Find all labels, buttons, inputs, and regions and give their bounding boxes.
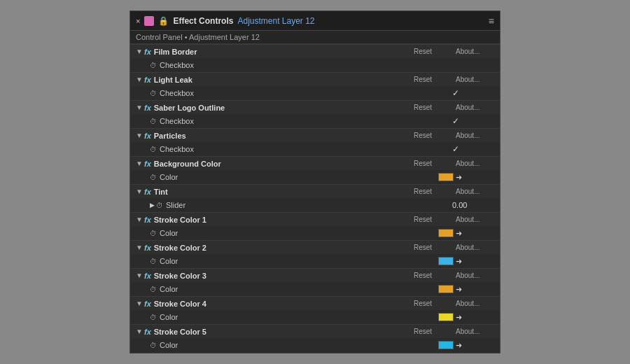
effect-sub-row: ⏱Checkbox — [130, 58, 500, 72]
reset-button[interactable]: Reset — [414, 188, 456, 195]
panel-color-icon — [144, 16, 154, 26]
stopwatch-icon[interactable]: ⏱ — [150, 146, 157, 153]
reset-button[interactable]: Reset — [414, 48, 456, 55]
about-button[interactable]: About... — [456, 300, 494, 307]
link-icon: ➜ — [456, 229, 462, 238]
fx-badge: fx — [144, 104, 151, 112]
checkbox-value[interactable]: ✓ — [452, 144, 494, 154]
reset-button[interactable]: Reset — [414, 328, 456, 335]
close-button[interactable]: × — [136, 17, 140, 25]
about-button[interactable]: About... — [456, 48, 494, 55]
about-button[interactable]: About... — [456, 328, 494, 335]
color-value[interactable]: ➜ — [438, 313, 494, 322]
stopwatch-icon[interactable]: ⏱ — [150, 258, 157, 265]
sub-property-label: Checkbox — [160, 145, 452, 153]
fx-badge: fx — [144, 272, 151, 280]
effect-name: Particles — [154, 132, 414, 140]
link-icon: ➜ — [456, 313, 462, 322]
sub-property-label: Color — [160, 313, 438, 321]
effect-sub-row: ⏱Color ➜ — [130, 226, 500, 240]
stopwatch-icon[interactable]: ⏱ — [150, 90, 157, 97]
effect-row: ▼fxStroke Color 4ResetAbout... — [130, 296, 500, 310]
color-value[interactable]: ➜ — [438, 257, 494, 266]
menu-icon[interactable]: ≡ — [489, 15, 494, 27]
color-value[interactable]: ➜ — [438, 341, 494, 350]
fx-badge: fx — [144, 244, 151, 252]
collapse-arrow-icon[interactable]: ▼ — [136, 328, 143, 335]
effect-name: Saber Logo Outline — [154, 104, 414, 112]
stopwatch-icon[interactable]: ⏱ — [150, 286, 157, 293]
sub-property-label: Color — [160, 285, 438, 293]
about-button[interactable]: About... — [456, 244, 494, 251]
expand-arrow-icon[interactable]: ▶ — [150, 202, 155, 209]
reset-button[interactable]: Reset — [414, 272, 456, 279]
panel-subtitle: Adjustment Layer 12 — [237, 16, 314, 26]
collapse-arrow-icon[interactable]: ▼ — [136, 272, 143, 279]
sub-property-label: Color — [160, 257, 438, 265]
effects-list: ▼fxFilm BorderResetAbout...⏱Checkbox▼fxL… — [130, 44, 500, 353]
about-button[interactable]: About... — [456, 272, 494, 279]
stopwatch-icon[interactable]: ⏱ — [150, 314, 157, 321]
color-swatch[interactable] — [438, 285, 454, 293]
reset-button[interactable]: Reset — [414, 160, 456, 167]
color-swatch[interactable] — [438, 257, 454, 265]
link-icon: ➜ — [456, 341, 462, 350]
collapse-arrow-icon[interactable]: ▼ — [136, 104, 143, 111]
collapse-arrow-icon[interactable]: ▼ — [136, 48, 143, 55]
collapse-arrow-icon[interactable]: ▼ — [136, 132, 143, 139]
lock-icon: 🔒 — [158, 16, 169, 26]
effect-row: ▼fxStroke Color 1ResetAbout... — [130, 212, 500, 226]
collapse-arrow-icon[interactable]: ▼ — [136, 188, 143, 195]
about-button[interactable]: About... — [456, 216, 494, 223]
link-icon: ➜ — [456, 257, 462, 266]
collapse-arrow-icon[interactable]: ▼ — [136, 160, 143, 167]
effect-row: ▼fxStroke Color 3ResetAbout... — [130, 268, 500, 282]
sub-property-label: Checkbox — [160, 117, 452, 125]
reset-button[interactable]: Reset — [414, 216, 456, 223]
effect-sub-row: ▶⏱Slider0.00 — [130, 198, 500, 212]
slider-value[interactable]: 0.00 — [452, 201, 494, 209]
about-button[interactable]: About... — [456, 188, 494, 195]
stopwatch-icon[interactable]: ⏱ — [150, 62, 157, 69]
stopwatch-icon[interactable]: ⏱ — [150, 118, 157, 125]
about-button[interactable]: About... — [456, 104, 494, 111]
about-button[interactable]: About... — [456, 160, 494, 167]
sub-property-label: Color — [160, 229, 438, 237]
collapse-arrow-icon[interactable]: ▼ — [136, 300, 143, 307]
stopwatch-icon[interactable]: ⏱ — [150, 174, 157, 181]
color-value[interactable]: ➜ — [438, 173, 494, 182]
collapse-arrow-icon[interactable]: ▼ — [136, 216, 143, 223]
sub-property-label: Checkbox — [160, 61, 452, 69]
effect-row: ▼fxLight LeakResetAbout... — [130, 72, 500, 86]
effect-name: Stroke Color 4 — [154, 300, 414, 308]
about-button[interactable]: About... — [456, 76, 494, 83]
stopwatch-icon[interactable]: ⏱ — [150, 342, 157, 349]
collapse-arrow-icon[interactable]: ▼ — [136, 244, 143, 251]
reset-button[interactable]: Reset — [414, 244, 456, 251]
color-swatch[interactable] — [438, 313, 454, 321]
reset-button[interactable]: Reset — [414, 76, 456, 83]
effect-sub-row: ⏱Color ➜ — [130, 170, 500, 184]
fx-badge: fx — [144, 328, 151, 336]
sub-property-label: Color — [160, 341, 438, 349]
color-value[interactable]: ➜ — [438, 229, 494, 238]
fx-badge: fx — [144, 48, 151, 56]
reset-button[interactable]: Reset — [414, 300, 456, 307]
stopwatch-icon[interactable]: ⏱ — [150, 230, 157, 237]
effect-sub-row: ⏱Color ➜ — [130, 338, 500, 352]
reset-button[interactable]: Reset — [414, 132, 456, 139]
stopwatch-icon[interactable]: ⏱ — [156, 202, 163, 209]
effect-row: ▼fxStroke Color 2ResetAbout... — [130, 240, 500, 254]
color-swatch[interactable] — [438, 341, 454, 349]
about-button[interactable]: About... — [456, 132, 494, 139]
checkbox-value[interactable]: ✓ — [452, 116, 494, 126]
reset-button[interactable]: Reset — [414, 104, 456, 111]
collapse-arrow-icon[interactable]: ▼ — [136, 76, 143, 83]
color-swatch[interactable] — [438, 229, 454, 237]
color-value[interactable]: ➜ — [438, 285, 494, 294]
effect-sub-row: ⏱Color ➜ — [130, 282, 500, 296]
color-swatch[interactable] — [438, 173, 454, 181]
effect-row: ▼fxBackground ColorResetAbout... — [130, 156, 500, 170]
checkbox-value[interactable]: ✓ — [452, 88, 494, 98]
breadcrumb: Control Panel • Adjustment Layer 12 — [130, 31, 500, 44]
